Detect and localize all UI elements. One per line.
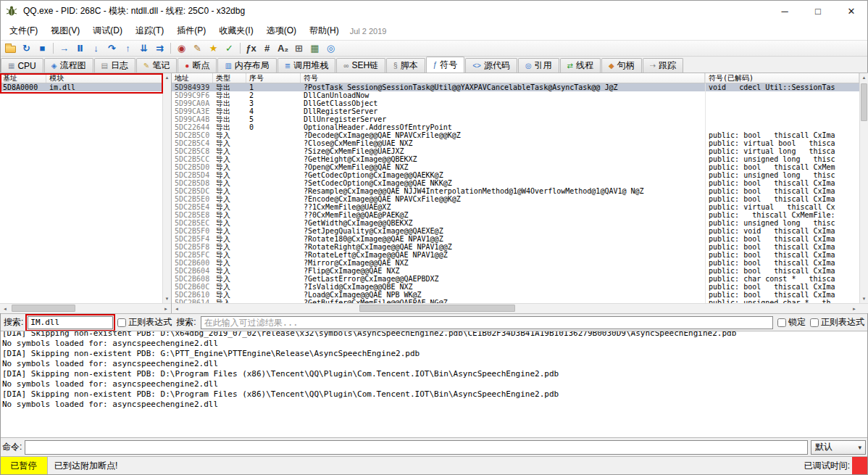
close-icon[interactable]: ■ — [35, 41, 50, 56]
assemble-fx-icon[interactable]: ƒx — [243, 41, 259, 56]
animate-into-icon[interactable]: ⇊ — [136, 41, 151, 56]
symbols-column-header-4[interactable]: 符号(已解码) — [705, 73, 859, 83]
symbol-row[interactable]: 5DC22644导出0OptionalHeader.AddressOfEntry… — [172, 123, 859, 131]
symbols-column-header-0[interactable]: 地址 — [172, 73, 213, 83]
maximize-button[interactable]: □ — [801, 0, 835, 22]
titlebar[interactable]: QQ.exe - PID: 268C - 模块: ntdll.dll - 线程:… — [0, 0, 868, 22]
symbol-row[interactable]: 5D99CA4B导出5DllUnregisterServer — [172, 115, 859, 123]
symbols-column-header-2[interactable]: 序号 — [246, 73, 301, 83]
attach-icon[interactable]: ◉ — [174, 41, 189, 56]
symbol-row[interactable]: 5DC2B5F4导入?Rotate180@CxImage@@QAE_NPAV1@… — [172, 235, 859, 243]
symbol-row[interactable]: 5DC2B604导入?Flip@CxImage@@QAE_NXZpublic: … — [172, 267, 859, 275]
command-profile-select[interactable]: 默认 ▾ — [811, 440, 866, 455]
tab-breakpoints[interactable]: ●断点 — [178, 58, 217, 73]
animate-over-icon[interactable]: ⇉ — [152, 41, 167, 56]
tab-references[interactable]: ◎引用 — [518, 58, 559, 73]
symbol-row[interactable]: 5DC2B5E4导入??1CxMemFile@@UAE@XZpublic: vi… — [172, 203, 859, 211]
menu-item-1[interactable]: 文件(F) — [3, 22, 44, 39]
symbol-row[interactable]: 5DC2B60C导入?IsValid@CxImage@@QBE_NXZpubli… — [172, 283, 859, 291]
scrollbar-track[interactable] — [860, 82, 868, 294]
scroll-up-icon[interactable]: ▲ — [860, 73, 868, 82]
search-input[interactable] — [28, 316, 113, 329]
symbol-row[interactable]: 5DC2B5C0导入?Decode@CxImage@@QAE_NPAVCxFil… — [172, 131, 859, 139]
symbol-row[interactable]: 5DC2B5D4导入?GetCodecOption@CxImage@@QAEKK… — [172, 171, 859, 179]
scrollbar-thumb[interactable] — [861, 83, 867, 121]
module-row[interactable]: 5D8A0000im.dll — [0, 83, 162, 91]
symbols-hscrollbar[interactable]: ◄ ► — [172, 303, 859, 313]
symbols-vscrollbar[interactable]: ▲ ▼ — [859, 73, 868, 303]
symbol-row[interactable]: 5DC2B5EC导入?GetWidth@CxImage@@QBEKXZpubli… — [172, 219, 859, 227]
scroll-up-icon[interactable]: ▲ — [163, 73, 171, 82]
snowman-hash-icon[interactable]: # — [259, 41, 275, 56]
filter-input[interactable] — [201, 316, 773, 329]
symbol-row[interactable]: 5DC2B5E8导入??0CxMemFile@@QAE@PAEK@Zpublic… — [172, 211, 859, 219]
symbol-row[interactable]: 5D984939导出1?PostTask_Session@SessionTask… — [172, 83, 859, 91]
symbols-column-header-1[interactable]: 类型 — [213, 73, 246, 83]
lock-checkbox[interactable] — [777, 318, 786, 327]
scroll-right-icon[interactable]: ► — [849, 304, 859, 313]
symbol-row[interactable]: 5DC2B5C4导入?Close@CxMemFile@@UAE_NXZpubli… — [172, 139, 859, 147]
menu-item-3[interactable]: 调试(D) — [86, 22, 129, 39]
symbol-row[interactable]: 5DC2B5F8导入?RotateRight@CxImage@@QAE_NPAV… — [172, 243, 859, 251]
scroll-left-icon[interactable]: ◄ — [172, 304, 182, 313]
symbol-row[interactable]: 5DC2B5DC导入?Resample@CxImage@@QAE_NJJW4In… — [172, 187, 859, 195]
tab-log[interactable]: ▤日志 — [94, 58, 135, 73]
scrollbar-thumb[interactable] — [12, 305, 75, 312]
symbol-row[interactable]: 5D99CA3E导出4DllRegisterServer — [172, 107, 859, 115]
tab-handles[interactable]: ◆句柄 — [601, 58, 642, 73]
scroll-right-icon[interactable]: ► — [161, 304, 171, 313]
restart-icon[interactable]: ↻ — [19, 41, 34, 56]
symbol-row[interactable]: 5DC2B5D8导入?SetCodecOption@CxImage@@QAE_N… — [172, 179, 859, 187]
symbol-row[interactable]: 5DC2B5CC导入?GetHeight@CxImage@@QBEKXZpubl… — [172, 155, 859, 163]
menu-item-8[interactable]: 帮助(H) — [303, 22, 346, 39]
scroll-left-icon[interactable]: ◄ — [0, 304, 10, 313]
execute-till-return-icon[interactable]: ↑ — [120, 41, 135, 56]
globe-icon[interactable]: ◎ — [323, 41, 338, 56]
scrollbar-track[interactable] — [163, 82, 171, 294]
menu-item-4[interactable]: 追踪(T) — [129, 22, 170, 39]
tab-memory-map[interactable]: ▥内存布局 — [217, 58, 276, 73]
symbol-row[interactable]: 5DC2B5D0导入?Open@CxMemFile@@QAE_NXZpublic… — [172, 163, 859, 171]
symbol-row[interactable]: 5DC2B608导入?GetLastError@CxImage@@QAEPBDX… — [172, 275, 859, 283]
run-icon[interactable]: → — [57, 41, 72, 56]
command-input[interactable] — [25, 440, 808, 455]
tab-symbols[interactable]: ƒ符号 — [426, 57, 465, 73]
symbol-row[interactable]: 5D99C9F6导出2DllCanUnloadNow — [172, 91, 859, 99]
check-icon[interactable]: ✓ — [222, 41, 237, 56]
tab-call-stack[interactable]: ≣调用堆栈 — [277, 58, 335, 73]
step-over-icon[interactable]: ↷ — [104, 41, 120, 56]
pause-icon[interactable]: Ⅱ — [72, 41, 88, 56]
menu-item-7[interactable]: 选项(O) — [260, 22, 303, 39]
tab-seh[interactable]: ∞SEH链 — [336, 58, 385, 73]
scrollbar-track[interactable] — [10, 304, 161, 313]
scroll-down-icon[interactable]: ▼ — [860, 294, 868, 303]
scrollbar-track[interactable] — [182, 304, 849, 313]
open-file-icon[interactable] — [3, 41, 18, 56]
minimize-button[interactable]: ─ — [768, 0, 801, 22]
favourites-icon[interactable]: ★ — [206, 41, 221, 56]
regex2-checkbox[interactable] — [810, 318, 819, 327]
tab-graph[interactable]: ◈流程图 — [44, 58, 93, 73]
symbol-row[interactable]: 5D99CA0A导出3DllGetClassObject — [172, 99, 859, 107]
regex-checkbox[interactable] — [117, 318, 126, 327]
symbol-row[interactable]: 5DC2B5FC导入?RotateLeft@CxImage@@QAE_NPAV1… — [172, 251, 859, 259]
tab-cpu[interactable]: ▦CPU — [1, 58, 43, 73]
close-button[interactable]: ✕ — [835, 0, 868, 22]
tab-trace[interactable]: ⇢跟踪 — [643, 58, 683, 73]
modules-column-header-1[interactable]: 模块 — [46, 73, 162, 83]
scroll-down-icon[interactable]: ▼ — [163, 294, 171, 303]
scrollbar-thumb[interactable] — [359, 305, 515, 312]
patch-icon[interactable]: ✎ — [190, 41, 205, 56]
tab-notes[interactable]: ✎笔记 — [136, 58, 177, 73]
menu-item-6[interactable]: 收藏夹(I) — [212, 22, 259, 39]
symbol-row[interactable]: 5DC2B610导入?Load@CxImage@@QAE_NPB_WK@Zpub… — [172, 291, 859, 299]
tab-source[interactable]: <>源代码 — [465, 58, 517, 73]
calculator-icon[interactable]: ⊞ — [291, 41, 306, 56]
menu-item-5[interactable]: 插件(P) — [170, 22, 212, 39]
tab-threads[interactable]: ⇄线程 — [560, 58, 601, 73]
step-into-icon[interactable]: ↓ — [88, 41, 104, 56]
symbol-row[interactable]: 5DC2B5C8导入?Size@CxMemFile@@UAEJXZpublic:… — [172, 147, 859, 155]
symbol-row[interactable]: 5DC2B5E0导入?Encode@CxImage@@QAE_NPAVCxFil… — [172, 195, 859, 203]
modules-vscrollbar[interactable]: ▲ ▼ — [162, 73, 171, 303]
memory-chip-icon[interactable]: ▦ — [307, 41, 322, 56]
